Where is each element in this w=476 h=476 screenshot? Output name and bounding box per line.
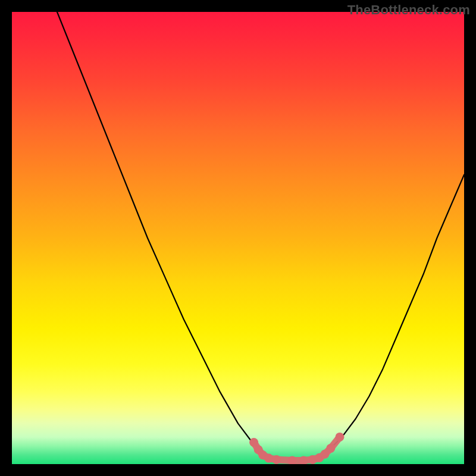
marker-dot xyxy=(336,433,345,441)
marker-dot xyxy=(272,455,281,464)
curve-right-curve xyxy=(328,175,464,451)
marker-dot xyxy=(326,444,335,453)
plot-area xyxy=(12,12,464,464)
curve-left-curve xyxy=(57,12,270,458)
chart-frame: TheBottleneck.com xyxy=(0,0,476,476)
watermark-text: TheBottleneck.com xyxy=(347,2,470,18)
curve-layer xyxy=(12,12,464,464)
marker-dot xyxy=(264,454,273,463)
